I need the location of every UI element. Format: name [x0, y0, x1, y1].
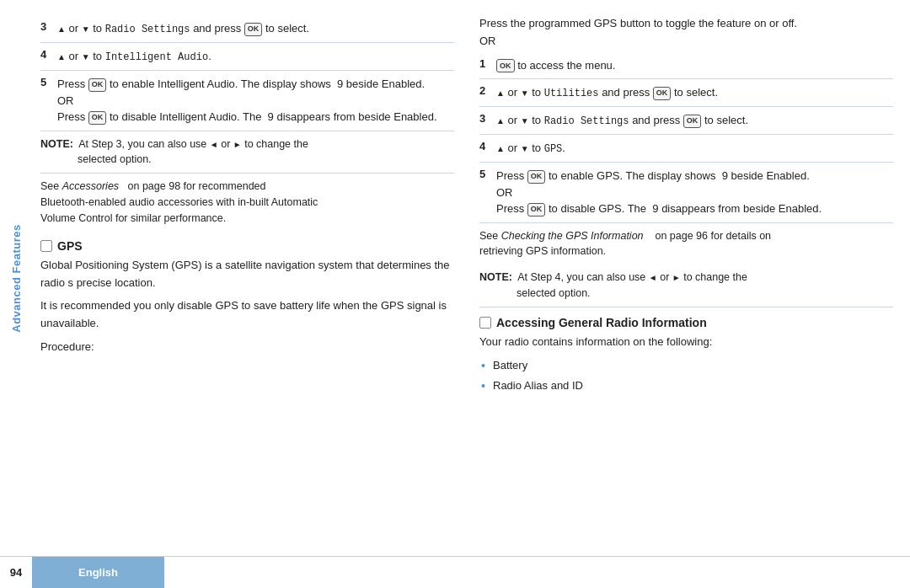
arrow-down-icon: [521, 86, 529, 99]
right-note: NOTE: At Step 4, you can also use or to …: [479, 265, 893, 307]
english-tab: English: [32, 557, 164, 588]
ok-button-icon: OK: [683, 115, 702, 128]
sidebar: Advanced Features: [0, 0, 32, 556]
arrow-up-icon: [57, 22, 66, 35]
step-5-content: Press OK to enable Intelligent Audio. Th…: [57, 76, 454, 126]
agri-heading: Accessing General Radio Information: [479, 307, 893, 334]
gps-heading-text: GPS: [57, 239, 83, 253]
ok-button-icon: OK: [496, 59, 515, 72]
arrow-down-icon: [521, 142, 529, 154]
ok-button-icon: OK: [653, 87, 672, 100]
step-number-5: 5: [40, 76, 52, 88]
right-column: Press the programmed GPS button to toggl…: [479, 15, 893, 548]
page-wrapper: Advanced Features 3 or to Radio Settings…: [0, 0, 910, 588]
note-text-left: NOTE: At Step 3, you can also use or to …: [40, 138, 308, 166]
mono-utilities: Utilities: [544, 88, 599, 99]
right-step-5: 5 Press OK to enable GPS. The display sh…: [479, 163, 893, 223]
right-step-number-4: 4: [479, 140, 491, 152]
step-4-content: or to Intelligent Audio.: [57, 48, 454, 65]
right-step-2-content: or to Utilities and press OK to select.: [496, 84, 893, 101]
left-column: 3 or to Radio Settings and press OK to s…: [40, 15, 454, 548]
left-step-4: 4 or to Intelligent Audio.: [40, 43, 454, 71]
bullet-list: Battery Radio Alias and ID: [479, 355, 893, 395]
bottom-spacer: [164, 557, 910, 588]
right-step-3: 3 or to Radio Settings and press OK to s…: [479, 107, 893, 135]
arrow-right-icon: [233, 138, 242, 150]
arrow-up-icon: [496, 86, 505, 99]
content-columns: 3 or to Radio Settings and press OK to s…: [32, 0, 910, 556]
note-text-right: NOTE: At Step 4, you can also use or to …: [479, 271, 747, 299]
see-accessories: See Accessories on page 98 for recommend…: [40, 174, 454, 231]
arrow-down-icon: [82, 50, 90, 62]
right-step-2: 2 or to Utilities and press OK to select…: [479, 79, 893, 107]
step-number-3: 3: [40, 20, 52, 33]
arrow-right-icon: [672, 271, 681, 283]
ok-button-icon: OK: [88, 78, 107, 92]
right-step-number-3: 3: [479, 112, 491, 125]
right-intro: Press the programmed GPS button to toggl…: [479, 15, 893, 52]
right-step-4: 4 or to GPS.: [479, 135, 893, 163]
arrow-down-icon: [82, 22, 90, 35]
right-step-5-content: Press OK to enable GPS. The display show…: [496, 168, 893, 217]
left-note: NOTE: At Step 3, you can also use or to …: [40, 131, 454, 174]
right-step-number-5: 5: [479, 168, 491, 180]
sidebar-label: Advanced Features: [10, 224, 23, 332]
arrow-down-icon: [521, 114, 529, 126]
right-step-number-1: 1: [479, 57, 491, 70]
bottom-bar: 94 English: [0, 556, 910, 588]
gps-body-1: Global Positioning System (GPS) is a sat…: [40, 257, 454, 297]
gps-heading: GPS: [40, 231, 454, 257]
arrow-up-icon: [57, 50, 66, 62]
gps-section-icon: [40, 240, 52, 252]
left-step-5: 5 Press OK to enable Intelligent Audio. …: [40, 71, 454, 131]
procedure-label: Procedure:: [40, 337, 454, 356]
mono-gps: GPS: [544, 143, 563, 155]
mono-intelligent-audio: Intelligent Audio: [105, 51, 208, 63]
right-step-3-content: or to Radio Settings and press OK to sel…: [496, 112, 893, 129]
ok-button-icon: OK: [244, 23, 263, 36]
agri-body: Your radio contains information on the f…: [479, 334, 893, 356]
right-step-1-content: OK to access the menu.: [496, 57, 893, 74]
page-number: 94: [0, 557, 32, 588]
agri-heading-text: Accessing General Radio Information: [496, 316, 707, 329]
arrow-left-icon: [210, 138, 218, 150]
step-3-content: or to Radio Settings and press OK to sel…: [57, 20, 454, 37]
left-step-3: 3 or to Radio Settings and press OK to s…: [40, 15, 454, 43]
arrow-left-icon: [649, 271, 657, 283]
agri-section-icon: [479, 317, 491, 329]
right-step-number-2: 2: [479, 84, 491, 97]
ok-button-icon: OK: [527, 203, 546, 216]
right-step-1: 1 OK to access the menu.: [479, 52, 893, 80]
main-content: Advanced Features 3 or to Radio Settings…: [0, 0, 910, 556]
right-step-4-content: or to GPS.: [496, 140, 893, 157]
gps-body-2: It is recommended you only disable GPS t…: [40, 297, 454, 338]
mono-radio-settings: Radio Settings: [544, 115, 629, 127]
bullet-item-radio-alias: Radio Alias and ID: [493, 376, 893, 395]
see-checking-gps: See Checking the GPS Information on page…: [479, 223, 893, 265]
ok-button-icon: OK: [88, 111, 107, 125]
ok-button-icon: OK: [527, 170, 546, 184]
bullet-item-battery: Battery: [493, 355, 893, 375]
arrow-up-icon: [496, 114, 505, 126]
arrow-up-icon: [496, 142, 505, 154]
mono-radio-settings: Radio Settings: [105, 24, 190, 35]
step-number-4: 4: [40, 48, 52, 61]
